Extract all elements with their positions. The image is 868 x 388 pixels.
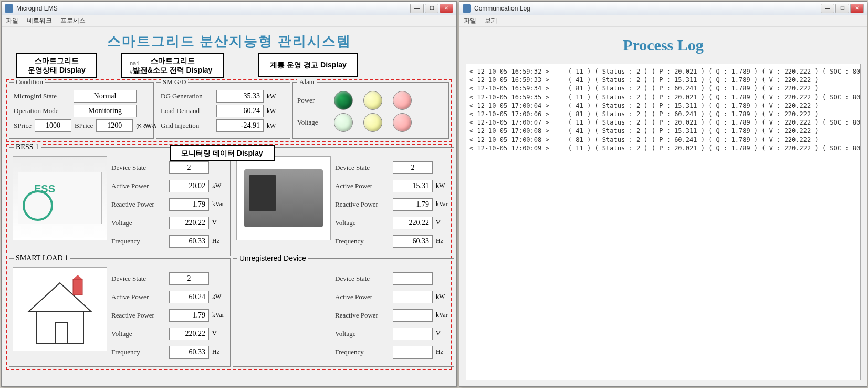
gen-rp: 1.79 [393, 198, 433, 211]
log-menu-file[interactable]: 파일 [464, 16, 476, 25]
app-icon [5, 4, 13, 13]
load-image [13, 267, 107, 351]
menu-process[interactable]: 프로세스 [60, 16, 86, 25]
log-line: < 12-10-05 16:59:32 > ( 11 ) ( Status : … [469, 67, 857, 76]
ems-title: Microgird EMS [16, 5, 410, 12]
bess-rp-label: Reactive Power [111, 200, 166, 209]
state-label: Microgird State [14, 92, 70, 100]
device-generator: Device State2 Active Power15.31kW Reacti… [233, 147, 454, 256]
log-line: < 12-10-05 17:00:06 > ( 81 ) ( Status : … [469, 110, 857, 118]
log-window: Communication Log — ☐ ✕ 파일 보기 Process Lo… [459, 1, 867, 387]
log-client: Process Log < 12-10-05 16:59:32 > ( 11 )… [459, 27, 867, 386]
unreg-f [393, 346, 433, 359]
load-state-label: Device State [111, 274, 166, 283]
log-maximize-button[interactable]: ☐ [835, 4, 849, 13]
load-unit: kW [267, 107, 281, 115]
smgd-legend: SM G/D [161, 78, 188, 86]
log-line: < 12-10-05 17:00:04 > ( 41 ) ( Status : … [469, 101, 857, 110]
dg-label: DG Generation [161, 92, 213, 100]
bess-legend: BESS 1 [14, 143, 41, 151]
menu-file[interactable]: 파일 [6, 16, 18, 25]
maximize-button[interactable]: ☐ [425, 4, 438, 13]
unreg-f-unit: Hz [436, 348, 451, 356]
minimize-button[interactable]: — [410, 4, 424, 13]
log-line: < 12-10-05 16:59:33 > ( 41 ) ( Status : … [469, 76, 857, 84]
unreg-ap-unit: kW [436, 293, 451, 301]
behind-nari: nari [130, 60, 139, 66]
voltage-lamp-green [334, 113, 353, 132]
load-rp-unit: kVar [212, 311, 227, 319]
gen-rp-unit: kVar [436, 200, 451, 208]
main-title: 스마트그리드 분산지능형 관리시스템 [6, 29, 452, 53]
log-text-area[interactable]: < 12-10-05 16:59:32 > ( 11 ) ( Status : … [466, 64, 861, 380]
log-line: < 12-10-05 17:00:07 > ( 11 ) ( Status : … [469, 118, 857, 127]
log-minimize-button[interactable]: — [821, 4, 834, 13]
ems-titlebar[interactable]: Microgird EMS — ☐ ✕ [2, 2, 456, 15]
annotation-condition: 스마트그리드 운영상태 Display [16, 53, 97, 78]
log-app-icon [463, 4, 471, 13]
bess-f-unit: Hz [212, 237, 227, 245]
ems-window: Microgird EMS — ☐ ✕ 파일 네트워크 프로세스 스마트그리드 … [1, 1, 457, 387]
unreg-v-label: Voltage [335, 330, 390, 338]
load-v-label: Voltage [111, 330, 166, 338]
log-close-button[interactable]: ✕ [850, 4, 864, 13]
gen-ap-label: Active Power [335, 182, 390, 190]
alarm-group: Alam Power Voltage [292, 82, 449, 139]
sprice-value: 1000 [35, 119, 71, 132]
load-f: 60.33 [169, 346, 209, 359]
gen-state: 2 [393, 161, 433, 174]
generator-image [236, 156, 331, 240]
top-status-row: Condition Microgird State Normal Operati… [6, 79, 452, 142]
svg-rect-2 [56, 322, 67, 343]
dg-unit: kW [267, 93, 281, 100]
log-menu-view[interactable]: 보기 [485, 16, 497, 25]
load-value: 60.24 [216, 105, 264, 117]
bess-ap-label: Active Power [111, 182, 166, 190]
device-unregistered: Unregistered Device Device State Active … [233, 258, 454, 367]
gen-v: 220.22 [393, 217, 433, 229]
unreg-f-label: Frequency [335, 348, 390, 356]
annotation-alarm: 계통 운영 경고 Display [258, 53, 358, 77]
bess-v-label: Voltage [111, 219, 166, 227]
gen-ap-unit: kW [436, 182, 451, 190]
bess-rp: 1.79 [169, 198, 209, 211]
sprice-label: SPrice [14, 121, 32, 130]
monitoring-area: BESS 1 Device State2 Active Power20.02kW… [6, 144, 452, 370]
load-legend: SMART LOAD 1 [14, 254, 70, 262]
gen-f: 60.33 [393, 235, 433, 248]
load-v: 220.22 [169, 328, 209, 340]
close-button[interactable]: ✕ [440, 4, 453, 13]
load-ap-unit: kW [212, 293, 227, 301]
bess-state: 2 [169, 161, 209, 174]
bess-state-label: Device State [111, 164, 166, 172]
gen-rp-label: Reactive Power [335, 200, 390, 209]
grid-label: Grid Injection [161, 121, 213, 130]
bess-v-unit: V [212, 219, 227, 227]
bprice-label: BPrice [75, 121, 93, 130]
unreg-rp [393, 309, 433, 322]
gen-state-label: Device State [335, 164, 390, 172]
device-bess: BESS 1 Device State2 Active Power20.02kW… [9, 147, 231, 256]
gen-v-label: Voltage [335, 219, 390, 227]
process-log-title: Process Log [464, 29, 863, 62]
device-load: SMART LOAD 1 Device State2 Active Power6… [9, 258, 231, 367]
condition-legend: Condition [14, 78, 45, 86]
unreg-ap [393, 291, 433, 303]
load-label: Load Demand [161, 107, 213, 115]
bess-f-label: Frequency [111, 237, 166, 246]
unreg-state [393, 272, 433, 285]
load-f-label: Frequency [111, 348, 166, 356]
smgd-group: SM G/D DG Generation 35.33 kW Load Deman… [156, 82, 290, 139]
menu-network[interactable]: 네트워크 [27, 16, 52, 25]
load-rp-label: Reactive Power [111, 311, 166, 320]
mode-value: Monitoring [74, 105, 137, 117]
log-line: < 12-10-05 17:00:09 > ( 11 ) ( Status : … [469, 144, 857, 152]
dg-value: 35.33 [216, 90, 264, 103]
power-lamp-yellow [363, 91, 382, 110]
log-titlebar[interactable]: Communication Log — ☐ ✕ [459, 2, 867, 15]
gen-v-unit: V [436, 219, 451, 227]
unreg-v [393, 328, 433, 340]
unreg-rp-unit: kVar [436, 311, 451, 319]
log-line: < 12-10-05 17:00:08 > ( 81 ) ( Status : … [469, 136, 857, 144]
load-ap-label: Active Power [111, 293, 166, 301]
